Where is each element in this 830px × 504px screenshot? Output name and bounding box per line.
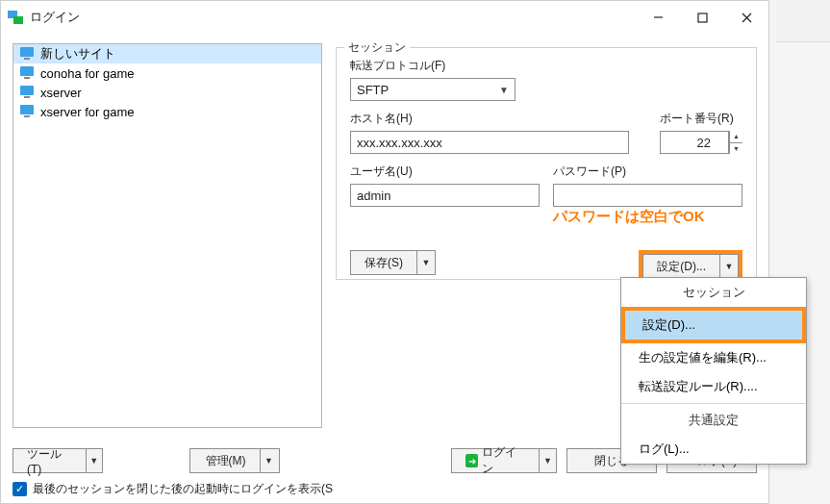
host-label: ホスト名(H) xyxy=(350,111,646,127)
dropdown-item-raw-settings[interactable]: 生の設定値を編集(R)... xyxy=(621,343,806,372)
background-strip xyxy=(776,0,830,42)
separator xyxy=(621,403,806,404)
chevron-down-icon[interactable]: ▼ xyxy=(417,251,435,274)
site-item-new[interactable]: 新しいサイト xyxy=(13,44,321,63)
site-label: 新しいサイト xyxy=(40,45,115,63)
login-icon: ➜ xyxy=(465,454,478,467)
app-icon xyxy=(7,9,24,26)
site-label: xserver for game xyxy=(40,105,135,119)
chevron-down-icon: ▼ xyxy=(499,85,509,95)
dropdown-item-label: 転送設定ルール(R).... xyxy=(639,379,758,393)
chevron-down-icon[interactable]: ▼ xyxy=(540,449,556,472)
session-legend: セッション xyxy=(344,39,410,56)
session-fieldset: セッション 転送プロトコル(F) SFTP ▼ ホスト名(H) ポート番号(R) xyxy=(336,47,757,280)
port-spinner[interactable]: ▲ ▼ xyxy=(729,131,742,154)
minimize-button[interactable] xyxy=(636,1,680,34)
spinner-down-icon[interactable]: ▼ xyxy=(730,143,742,155)
manage-button[interactable]: 管理(M) ▼ xyxy=(189,448,280,473)
monitor-icon xyxy=(19,47,35,61)
host-input[interactable] xyxy=(350,131,629,154)
site-list[interactable]: 新しいサイト conoha for game xserver xserver f… xyxy=(13,43,322,428)
show-login-checkbox-row[interactable]: ✓ 最後のセッションを閉じた後の起動時にログインを表示(S xyxy=(13,481,333,497)
close-button[interactable] xyxy=(724,1,768,34)
password-input[interactable] xyxy=(553,184,742,207)
settings-button[interactable]: 設定(D)... ▼ xyxy=(642,254,739,279)
dropdown-item-label: 設定(D)... xyxy=(642,317,695,332)
site-label: xserver xyxy=(40,86,82,100)
titlebar: ログイン xyxy=(1,1,768,34)
save-button-label: 保存(S) xyxy=(351,251,417,274)
save-button[interactable]: 保存(S) ▼ xyxy=(350,250,436,275)
protocol-label: 転送プロトコル(F) xyxy=(350,58,742,74)
spinner-up-icon[interactable]: ▲ xyxy=(730,131,742,143)
username-input[interactable] xyxy=(350,184,540,207)
chevron-down-icon[interactable]: ▼ xyxy=(261,449,278,472)
login-label: ログイン xyxy=(482,444,525,477)
maximize-button[interactable] xyxy=(680,1,724,34)
settings-button-label: 設定(D)... xyxy=(643,255,720,278)
window-title: ログイン xyxy=(30,9,80,26)
svg-rect-3 xyxy=(698,13,707,22)
dropdown-item-label: 生の設定値を編集(R)... xyxy=(639,350,767,365)
svg-rect-1 xyxy=(13,16,23,24)
tools-button[interactable]: ツール(T) ▼ xyxy=(13,448,103,473)
site-item[interactable]: xserver xyxy=(13,83,321,102)
login-button[interactable]: ➜ ログイン ▼ xyxy=(451,448,557,473)
protocol-value: SFTP xyxy=(357,83,389,97)
dropdown-common-header: 共通設定 xyxy=(621,406,806,435)
username-label: ユーザ名(U) xyxy=(350,164,540,180)
dropdown-item-settings[interactable]: 設定(D)... xyxy=(625,311,802,340)
monitor-icon xyxy=(19,66,35,80)
site-item[interactable]: xserver for game xyxy=(13,102,321,121)
protocol-select[interactable]: SFTP ▼ xyxy=(350,78,516,101)
dropdown-item-transfer-rules[interactable]: 転送設定ルール(R).... xyxy=(621,372,806,401)
chevron-down-icon[interactable]: ▼ xyxy=(87,449,102,472)
port-label: ポート番号(R) xyxy=(660,111,742,127)
checkbox-checked-icon[interactable]: ✓ xyxy=(13,482,27,496)
site-label: conoha for game xyxy=(40,66,135,81)
settings-dropdown: セッション 設定(D)... 生の設定値を編集(R)... 転送設定ルール(R)… xyxy=(620,277,807,465)
monitor-icon xyxy=(19,86,35,99)
password-label: パスワード(P) xyxy=(553,164,742,180)
port-input[interactable] xyxy=(660,131,729,154)
monitor-icon xyxy=(19,105,35,118)
checkbox-label: 最後のセッションを閉じた後の起動時にログインを表示(S xyxy=(33,481,333,497)
chevron-down-icon[interactable]: ▼ xyxy=(720,255,738,278)
dropdown-header: セッション xyxy=(621,278,806,307)
manage-label: 管理(M) xyxy=(192,449,261,472)
password-annotation: パスワードは空白でOK xyxy=(553,208,705,226)
dropdown-item-label: ログ(L)... xyxy=(639,441,690,456)
site-item[interactable]: conoha for game xyxy=(13,63,321,83)
dropdown-item-log[interactable]: ログ(L)... xyxy=(621,435,806,464)
tools-label: ツール(T) xyxy=(13,449,87,472)
